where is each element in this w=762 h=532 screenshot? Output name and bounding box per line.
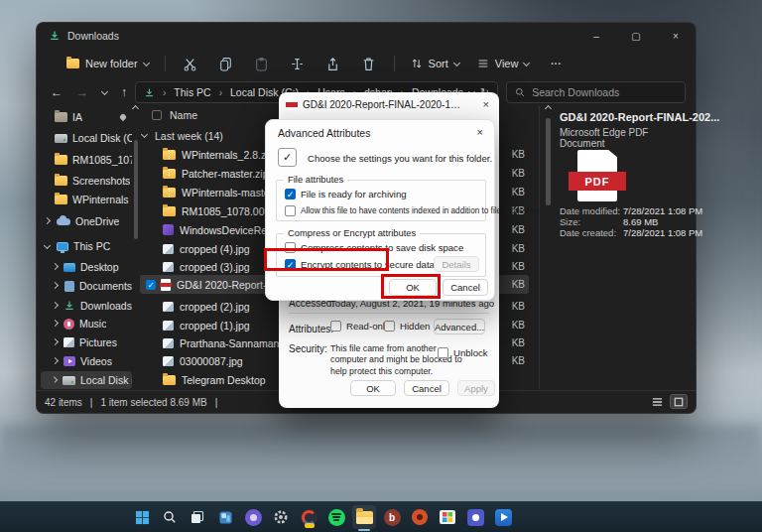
chevron-right-icon[interactable] — [52, 301, 59, 308]
pin-icon — [119, 113, 127, 121]
unblock-checkbox[interactable]: Unblock — [438, 347, 488, 358]
wallpaper-haze — [0, 425, 762, 488]
chevron-right-icon[interactable] — [52, 356, 59, 363]
sidebar-item-desktop[interactable]: Desktop — [41, 258, 132, 276]
scrollbar-thumb[interactable] — [134, 140, 138, 239]
preview-scrollbar[interactable] — [546, 118, 551, 205]
rename-button[interactable] — [283, 52, 313, 75]
sidebar-item-pictures[interactable]: Pictures — [41, 333, 132, 351]
up-button[interactable]: ↑ — [121, 85, 127, 99]
paste-button[interactable] — [247, 52, 277, 75]
image-file-icon — [163, 262, 174, 272]
sidebar-item-ia[interactable]: IA — [41, 108, 132, 126]
back-button[interactable]: ← — [51, 85, 63, 99]
task-view-button[interactable] — [186, 505, 209, 529]
sidebar-item-wpinternals[interactable]: WPinternals — [41, 191, 132, 208]
index-checkbox[interactable]: Allow this file to have contents indexed… — [285, 205, 540, 216]
sidebar-item-downloads[interactable]: Downloads — [41, 297, 132, 315]
properties-apply-button[interactable]: Apply — [457, 380, 495, 396]
search-button[interactable] — [158, 505, 182, 529]
properties-cancel-button[interactable]: Cancel — [404, 380, 449, 396]
chevron-right-icon[interactable] — [52, 337, 59, 344]
widgets-icon — [218, 510, 233, 525]
close-icon[interactable]: × — [477, 126, 483, 138]
sort-button[interactable]: Sort — [405, 54, 465, 73]
chevron-right-icon[interactable] — [44, 216, 51, 223]
delete-button[interactable] — [354, 52, 384, 75]
app-icon-orange[interactable] — [408, 505, 432, 529]
checkbox-checked[interactable]: ✓ — [285, 189, 296, 200]
chevron-down-icon[interactable] — [44, 241, 51, 248]
windows-logo-icon — [135, 510, 150, 525]
app-icon-purple[interactable] — [241, 505, 265, 529]
sidebar-item-local-disk[interactable]: Local Disk (C:) — [41, 371, 132, 389]
sidebar-item-videos[interactable]: Videos — [41, 352, 132, 370]
browser-icon[interactable] — [297, 505, 320, 529]
checkbox[interactable] — [384, 321, 395, 332]
details-button[interactable]: Details — [434, 256, 479, 272]
widgets-button[interactable] — [213, 505, 237, 529]
see-more-button[interactable]: ··· — [541, 52, 571, 75]
title-bar[interactable]: Downloads – ▢ × — [37, 23, 696, 49]
maximize-button[interactable]: ▢ — [616, 23, 656, 49]
zip-file-icon — [163, 169, 176, 179]
chevron-right-icon[interactable] — [52, 262, 59, 269]
cut-button[interactable] — [176, 52, 205, 75]
folder-icon — [55, 112, 67, 122]
row-checkbox[interactable]: ✓ — [146, 280, 156, 290]
teams-icon[interactable] — [463, 505, 487, 529]
select-all-checkbox[interactable] — [152, 110, 162, 120]
search-box[interactable]: Search Downloads — [506, 81, 686, 103]
chevron-right-icon[interactable] — [52, 281, 59, 288]
pane-divider — [539, 106, 540, 389]
group-label: Last week (14) — [155, 130, 223, 142]
app-icon-red[interactable]: b — [380, 505, 404, 529]
folder-icon — [55, 195, 67, 204]
sidebar-item-local-disk-pinned[interactable]: Local Disk (C:) — [41, 129, 132, 147]
spotify-icon[interactable] — [324, 505, 348, 529]
view-button[interactable]: View — [471, 54, 536, 73]
sidebar-item-screenshots[interactable]: Screenshots — [41, 172, 132, 190]
file-explorer-icon[interactable] — [352, 505, 376, 529]
hidden-checkbox[interactable]: Hidden — [384, 321, 430, 332]
scroll-up-icon[interactable] — [545, 105, 552, 112]
share-button[interactable] — [318, 52, 348, 75]
properties-ok-button[interactable]: OK — [350, 380, 396, 396]
minimize-button[interactable]: – — [576, 23, 616, 49]
copy-button[interactable] — [211, 52, 241, 75]
name-column-header[interactable]: Name — [170, 109, 197, 121]
checkbox[interactable] — [438, 347, 448, 358]
checkbox[interactable] — [330, 321, 341, 332]
sidebar-item-documents[interactable]: Documents — [41, 277, 132, 295]
collapse-group-icon[interactable] — [141, 131, 148, 138]
close-button[interactable]: × — [656, 23, 696, 49]
sidebar-item-music[interactable]: Music — [41, 315, 132, 332]
sidebar-item-rm1085[interactable]: RM1085_1078.0 — [41, 151, 132, 169]
archive-checkbox[interactable]: ✓ File is ready for archiving — [285, 189, 407, 200]
sidebar-item-onedrive[interactable]: OneDrive — [41, 212, 132, 230]
advanced-cancel-button[interactable]: Cancel — [443, 279, 488, 296]
advanced-button[interactable]: Advanced... — [434, 319, 485, 334]
preview-pane: GD&I 2020-Report-FINAL-202... Microsoft … — [545, 106, 694, 389]
checkbox[interactable] — [285, 205, 296, 216]
start-button[interactable] — [130, 505, 154, 529]
recent-locations-chevron-icon[interactable] — [101, 87, 108, 94]
readonly-checkbox[interactable]: Read-only — [330, 321, 390, 332]
pdf-preview-icon[interactable]: PDF — [569, 150, 626, 201]
divider — [289, 313, 489, 314]
microsoft-store-icon[interactable] — [436, 505, 459, 529]
settings-icon[interactable] — [269, 505, 293, 529]
movies-tv-icon[interactable] — [491, 505, 515, 529]
close-icon[interactable]: × — [483, 98, 489, 110]
details-view-toggle[interactable] — [648, 394, 666, 409]
new-folder-button[interactable]: New folder — [61, 54, 155, 73]
chevron-right-icon[interactable] — [52, 319, 59, 326]
large-icons-view-toggle[interactable] — [670, 394, 688, 409]
sidebar-item-this-pc[interactable]: This PC — [41, 237, 132, 255]
drive-icon — [55, 134, 67, 143]
forward-button[interactable]: → — [76, 85, 88, 99]
chevron-right-icon[interactable] — [52, 376, 58, 382]
breadcrumb-this-pc[interactable]: This PC — [174, 86, 210, 98]
desktop-icon — [64, 263, 75, 272]
zip-file-icon — [163, 188, 176, 198]
